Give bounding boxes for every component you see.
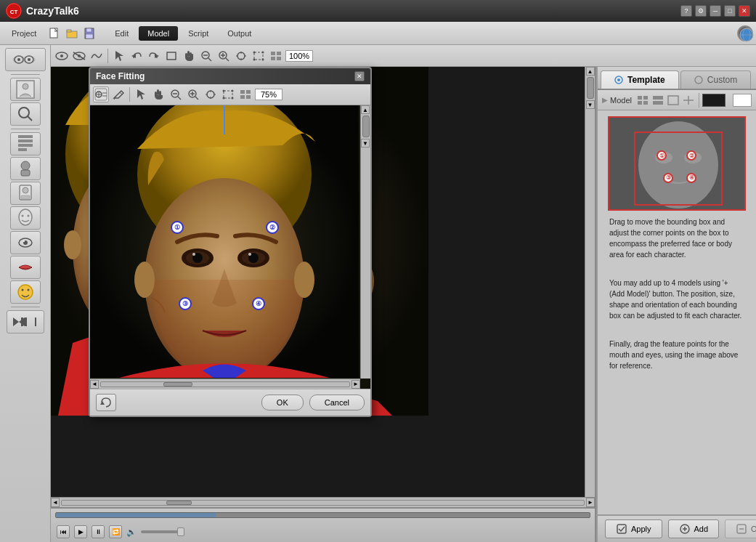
scroll-down-arrow[interactable]: ▼ [586, 100, 595, 109]
dlg-fit[interactable] [203, 86, 219, 102]
dialog-cancel-button[interactable]: Cancel [309, 395, 365, 410]
pause-button[interactable]: ⏸ [92, 525, 105, 538]
toolbar-zoom-out-icon[interactable] [198, 48, 214, 64]
toolbar-rect-icon[interactable] [163, 48, 179, 64]
help-button[interactable]: ? [680, 5, 692, 17]
dlg-grid[interactable] [237, 86, 253, 102]
rewind-button[interactable]: ⏮ [57, 525, 70, 538]
scroll-thumb-left[interactable] [587, 77, 594, 99]
scroll-right-arrow[interactable]: ► [586, 498, 595, 507]
scroll-up-arrow[interactable]: ▲ [586, 67, 595, 76]
dialog-point-2[interactable]: ② [266, 221, 279, 234]
dialog-point-3[interactable]: ③ [179, 297, 192, 310]
sidebar-btn-portrait[interactable] [10, 78, 41, 101]
dialog-point-1[interactable]: ① [171, 221, 184, 234]
tab-custom-label: Custom [707, 75, 737, 85]
rt-btn-2[interactable] [651, 92, 664, 108]
svg-rect-118 [617, 525, 626, 533]
sidebar-btn-search[interactable] [10, 102, 41, 126]
dlg-transform[interactable] [220, 86, 236, 102]
loop-button[interactable]: 🔁 [109, 525, 122, 538]
toolbar-transform-icon[interactable] [251, 48, 267, 64]
dialog-point-4[interactable]: ④ [252, 297, 265, 310]
tab-custom[interactable]: Custom [680, 70, 751, 89]
add-button[interactable]: Add [668, 519, 720, 538]
vertical-scrollbar-left[interactable]: ▲ ▼ [585, 67, 595, 497]
dlg-cursor-btn[interactable] [133, 86, 149, 102]
dialog-hscrollbar[interactable]: ◄ ► [90, 379, 360, 389]
svg-point-73 [262, 58, 264, 60]
volume-slider[interactable] [141, 530, 184, 533]
sidebar-btn-tools2[interactable] [10, 157, 41, 180]
menu-item-output[interactable]: Output [219, 26, 260, 41]
dlg-add-btn[interactable] [93, 86, 109, 102]
volume-thumb[interactable] [177, 527, 184, 536]
dlg-hand-btn[interactable] [150, 86, 166, 102]
svg-rect-104 [638, 96, 642, 100]
svg-rect-105 [643, 96, 648, 100]
tab-template[interactable]: Template [601, 70, 679, 89]
new-file-icon[interactable] [46, 25, 62, 41]
dlg-zoom-out[interactable] [168, 86, 184, 102]
settings-button[interactable]: ⚙ [695, 5, 707, 17]
dlg-vthumb[interactable] [362, 116, 370, 137]
apply-button[interactable]: Apply [605, 519, 662, 538]
restore-button[interactable]: □ [724, 5, 736, 17]
rt-btn-4[interactable] [682, 92, 695, 108]
open-file-icon[interactable] [64, 25, 80, 41]
scroll-left-arrow[interactable]: ◄ [51, 498, 60, 507]
toolbar-fit-icon[interactable] [233, 48, 249, 64]
sidebar-btn-tools3[interactable] [10, 182, 41, 205]
sidebar-btn-playback[interactable] [7, 310, 44, 333]
sidebar-btn-face[interactable] [10, 206, 41, 230]
dialog-ok-button[interactable]: OK [261, 395, 304, 410]
svg-rect-69 [254, 52, 263, 60]
minimize-button[interactable]: ─ [710, 5, 721, 17]
svg-point-102 [617, 78, 620, 81]
toolbar-undo-icon[interactable] [129, 48, 145, 64]
svg-point-88 [64, 230, 81, 259]
toolbar-eye2-icon[interactable] [71, 48, 87, 64]
menu-item-project[interactable]: Project [3, 26, 45, 41]
sidebar-btn-lips[interactable] [10, 256, 41, 279]
menu-item-model[interactable]: Model [139, 26, 178, 41]
dlg-scroll-down[interactable]: ▼ [361, 139, 370, 147]
app-logo: CT [6, 3, 22, 19]
toolbar-motion-icon[interactable] [89, 48, 105, 64]
dlg-scroll-left[interactable]: ◄ [90, 380, 99, 389]
sidebar-btn-expression[interactable] [10, 280, 41, 304]
overwrite-button[interactable]: Overwrite [725, 519, 756, 538]
h-scrollbar-left[interactable]: ◄ ► [51, 497, 595, 507]
dialog-face-view: ① ② ③ ④ ▲ ▼ ◄ ► [90, 105, 370, 389]
title-bar-right: ? ⚙ ─ □ ✕ [680, 5, 750, 17]
svg-point-149 [223, 90, 225, 92]
dlg-edit-btn[interactable] [110, 86, 126, 102]
menu-item-script[interactable]: Script [179, 26, 217, 41]
toolbar-select-icon[interactable] [111, 48, 127, 64]
save-file-icon[interactable] [81, 25, 97, 41]
sidebar-btn-eye1[interactable] [5, 48, 46, 71]
dlg-scroll-up[interactable]: ▲ [361, 105, 370, 114]
svg-point-32 [27, 215, 29, 217]
dlg-zoom-in[interactable] [185, 86, 201, 102]
toolbar-zoom-in-icon[interactable] [216, 48, 232, 64]
dialog-reset-btn[interactable] [96, 394, 116, 411]
toolbar-eye-icon[interactable] [54, 48, 70, 64]
sidebar-btn-eye2[interactable] [10, 231, 41, 254]
svg-line-20 [28, 116, 32, 121]
menu-item-edit[interactable]: Edit [106, 26, 137, 41]
dialog-close-button[interactable]: ✕ [354, 71, 365, 81]
toolbar-grid-icon[interactable] [268, 48, 284, 64]
sidebar-btn-tools1[interactable] [10, 132, 41, 155]
rt-btn-1[interactable] [636, 92, 649, 108]
dialog-toolbar: 75% [90, 84, 370, 105]
dlg-scroll-right[interactable]: ► [351, 380, 360, 389]
toolbar-redo-icon[interactable] [146, 48, 162, 64]
close-button[interactable]: ✕ [739, 5, 750, 17]
toolbar-hand-icon[interactable] [181, 48, 197, 64]
rt-btn-3[interactable] [667, 92, 680, 108]
dialog-vscrollbar[interactable]: ▲ ▼ [360, 105, 370, 379]
svg-point-150 [232, 90, 234, 92]
play-button[interactable]: ▶ [74, 525, 87, 538]
world-icon-btn[interactable] [737, 25, 753, 41]
